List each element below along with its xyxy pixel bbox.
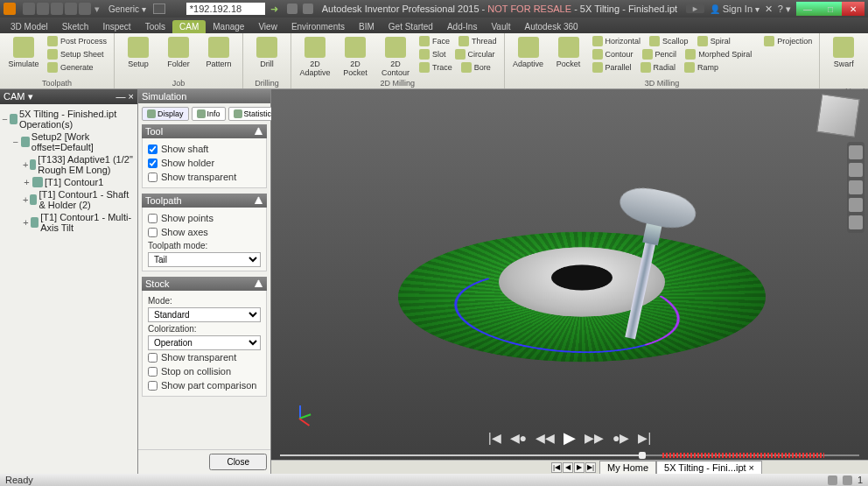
ribbon-tab-autodesk-360[interactable]: Autodesk 360	[517, 20, 584, 33]
tab-close-icon[interactable]: ×	[748, 462, 753, 473]
show-part-comparison-checkbox[interactable]: Show part comparison	[148, 378, 261, 392]
help-search[interactable]: ► Type a keyword or phrase	[686, 4, 704, 13]
fast-forward-button[interactable]: ▶▶	[584, 431, 604, 445]
show-holder-checkbox[interactable]: Show holder	[148, 156, 261, 170]
color-swatch[interactable]	[153, 4, 165, 14]
look-icon[interactable]	[849, 215, 863, 229]
search-field[interactable]: *192.192.18	[186, 3, 265, 15]
minimize-button[interactable]: —	[796, 2, 819, 16]
colorization-select[interactable]: Operation	[148, 335, 261, 350]
tree-node[interactable]: +[T1] Contour1	[2, 176, 136, 188]
timeline[interactable]	[280, 451, 859, 460]
tree-node[interactable]: −5X Tilting - Finished.ipt Operation(s)	[2, 108, 136, 130]
help-icon[interactable]: ? ▾	[778, 4, 791, 15]
qat-new-icon[interactable]	[23, 3, 35, 15]
radial-button[interactable]: Radial	[639, 61, 678, 74]
cam-panel-header[interactable]: CAM ▾— ×	[0, 89, 137, 104]
adaptive-button[interactable]: Adaptive	[510, 35, 547, 70]
zoom-icon[interactable]	[849, 198, 863, 212]
slot-button[interactable]: Slot	[417, 48, 448, 60]
signin-link[interactable]: 👤 Sign In ▾	[710, 4, 760, 14]
ribbon-tab-environments[interactable]: Environments	[284, 20, 352, 33]
qat-redo-icon[interactable]	[79, 3, 91, 15]
2d-pocket-button[interactable]: 2D Pocket	[337, 35, 374, 79]
step-back-button[interactable]: ◀●	[510, 431, 527, 445]
setup-sheet-button[interactable]: Setup Sheet	[46, 48, 106, 60]
show-points-checkbox[interactable]: Show points	[148, 211, 261, 225]
show-transparent-tool-checkbox[interactable]: Show transparent	[148, 170, 261, 184]
tab-nav-prev[interactable]: ◀	[563, 462, 573, 473]
spiral-button[interactable]: Spiral	[696, 35, 732, 47]
parallel-button[interactable]: Parallel	[591, 61, 634, 74]
ribbon-tab-vault[interactable]: Vault	[484, 20, 517, 33]
2d-contour-button[interactable]: 2D Contour	[377, 35, 414, 79]
sim-tab-display[interactable]: Display	[142, 107, 189, 121]
tab-nav-first[interactable]: |◀	[551, 462, 562, 473]
ribbon-tab-view[interactable]: View	[251, 20, 284, 33]
ribbon-tab-tools[interactable]: Tools	[138, 20, 172, 33]
ramp-button[interactable]: Ramp	[682, 61, 720, 74]
pencil-button[interactable]: Pencil	[640, 48, 679, 60]
qat-save-icon[interactable]	[51, 3, 63, 15]
tool-section-header[interactable]: Tool⯅	[142, 124, 267, 138]
face-button[interactable]: Face	[417, 35, 452, 47]
ribbon-tab-inspect[interactable]: Inspect	[95, 20, 137, 33]
pocket-button[interactable]: Pocket	[550, 35, 587, 70]
3d-viewport[interactable]: |◀ ◀● ◀◀ ▶ ▶▶ ●▶ ▶| |◀ ◀ ▶ ▶| My Home 5X…	[271, 89, 868, 474]
trace-button[interactable]: Trace	[417, 61, 454, 74]
scallop-button[interactable]: Scallop	[648, 35, 690, 47]
tab-nav-last[interactable]: ▶|	[585, 462, 596, 473]
tree-node[interactable]: +[T1] Contour1 - Multi-Axis Tilt	[2, 211, 136, 234]
material-toggle-icon[interactable]	[287, 4, 298, 14]
home-view-icon[interactable]	[849, 145, 863, 159]
pan-icon[interactable]	[849, 180, 863, 194]
simulate-button[interactable]: Simulate	[5, 35, 42, 70]
tree-node[interactable]: −Setup2 [Work offset=Default]	[2, 130, 136, 153]
stop-on-collision-checkbox[interactable]: Stop on collision	[148, 364, 261, 378]
projection-button[interactable]: Projection	[762, 35, 814, 47]
qat-dropdown[interactable]: ▾	[94, 4, 100, 15]
go-to-end-button[interactable]: ▶|	[638, 431, 651, 445]
ribbon-tab-bim[interactable]: BIM	[352, 20, 382, 33]
appearance-label[interactable]: Generic ▾	[108, 4, 146, 14]
stock-mode-select[interactable]: Standard	[148, 307, 261, 322]
ribbon-tab-get-started[interactable]: Get Started	[382, 20, 440, 33]
show-axes-checkbox[interactable]: Show axes	[148, 225, 261, 239]
generate-button[interactable]: Generate	[46, 61, 95, 74]
ribbon-tab-sketch[interactable]: Sketch	[55, 20, 96, 33]
swarf-button[interactable]: Swarf	[825, 35, 862, 70]
toolpath-section-header[interactable]: Toolpath⯅	[142, 194, 267, 208]
rewind-button[interactable]: ◀◀	[536, 431, 555, 445]
bore-button[interactable]: Bore	[459, 61, 493, 74]
appearance-toggle-icon[interactable]	[303, 4, 313, 14]
toolpath-mode-select[interactable]: Tail	[148, 252, 261, 267]
tree-node[interactable]: +[T1] Contour1 - Shaft & Holder (2)	[2, 188, 136, 211]
qat-undo-icon[interactable]	[65, 3, 77, 15]
go-to-start-button[interactable]: |◀	[488, 431, 501, 445]
tab-nav-next[interactable]: ▶	[574, 462, 584, 473]
close-button[interactable]: ✕	[842, 2, 864, 16]
pattern-button[interactable]: Pattern	[200, 35, 237, 70]
search-go-icon[interactable]: ➜	[270, 4, 278, 15]
status-icon-2[interactable]	[843, 475, 852, 485]
post-process-button[interactable]: Post Process	[46, 35, 108, 47]
sim-tab-info[interactable]: Info	[192, 107, 226, 121]
thread-button[interactable]: Thread	[457, 35, 499, 47]
timeline-scrubber[interactable]	[639, 452, 646, 459]
contour-button[interactable]: Contour	[591, 48, 635, 60]
ribbon-tab-cam[interactable]: CAM	[172, 20, 206, 33]
setup-button[interactable]: Setup	[120, 35, 157, 70]
orbit-icon[interactable]	[849, 163, 863, 177]
exchange-icon[interactable]: ✕	[765, 4, 773, 15]
show-shaft-checkbox[interactable]: Show shaft	[148, 142, 261, 156]
drill-button[interactable]: Drill	[248, 35, 285, 70]
qat-open-icon[interactable]	[37, 3, 49, 15]
2d-adaptive-button[interactable]: 2D Adaptive	[297, 35, 333, 79]
viewcube[interactable]	[816, 94, 860, 137]
play-button[interactable]: ▶	[564, 428, 576, 447]
ribbon-tab-manage[interactable]: Manage	[206, 20, 251, 33]
status-icon-1[interactable]	[828, 475, 837, 485]
close-simulation-button[interactable]: Close	[209, 454, 267, 470]
horizontal-button[interactable]: Horizontal	[591, 35, 643, 47]
folder-button[interactable]: Folder	[160, 35, 197, 70]
